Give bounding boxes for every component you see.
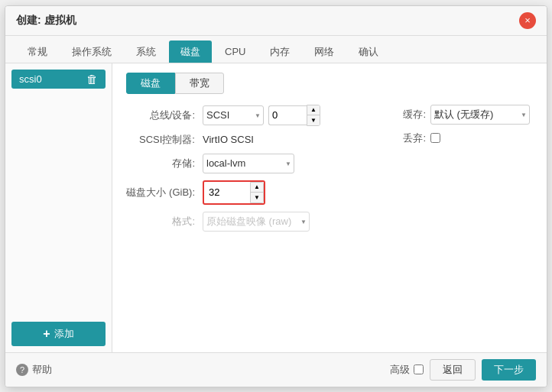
disk-size-up[interactable]: ▲: [251, 183, 263, 193]
sub-tab-bandwidth[interactable]: 带宽: [175, 73, 224, 94]
back-button[interactable]: 返回: [430, 359, 476, 381]
cache-select-wrapper: 默认 (无缓存) Write back Write through None: [430, 105, 530, 125]
close-button[interactable]: ×: [519, 12, 536, 29]
disk-size-highlight: ▲ ▼: [203, 180, 265, 205]
device-num-up[interactable]: ▲: [307, 105, 320, 115]
main-panel: 磁盘 带宽 总线/设备: SCSI VirtIO ID: [112, 63, 547, 352]
sub-tab-disk[interactable]: 磁盘: [126, 73, 175, 94]
format-row: 格式: 原始磁盘映像 (raw): [126, 212, 380, 232]
bottom-bar: ? 帮助 高级 返回 下一步: [5, 352, 547, 387]
right-section: 缓存: 默认 (无缓存) Write back Write through No…: [395, 105, 533, 238]
storage-select[interactable]: local-lvm local: [203, 154, 294, 173]
format-control: 原始磁盘映像 (raw): [203, 212, 380, 232]
list-item[interactable]: scsi0 🗑: [11, 70, 106, 89]
delete-item-button[interactable]: 🗑: [86, 73, 98, 85]
bottom-right: 高级 返回 下一步: [390, 359, 536, 381]
form-section: 总线/设备: SCSI VirtIO IDE SATA: [126, 105, 380, 238]
bus-select-wrapper: SCSI VirtIO IDE SATA: [203, 105, 264, 125]
disk-size-down[interactable]: ▼: [251, 193, 263, 202]
help-label: 帮助: [32, 363, 52, 377]
controller-row: SCSI控制器: VirtIO SCSI: [126, 133, 380, 147]
discard-label: 丢弃:: [395, 131, 426, 145]
device-num-input[interactable]: [268, 105, 307, 125]
disk-size-control: ▲ ▼: [203, 180, 380, 205]
cache-label: 缓存:: [395, 108, 426, 121]
form-body: 总线/设备: SCSI VirtIO IDE SATA: [126, 105, 533, 238]
tab-os[interactable]: 操作系统: [60, 40, 123, 63]
bus-row: 总线/设备: SCSI VirtIO IDE SATA: [126, 105, 380, 126]
bus-control: SCSI VirtIO IDE SATA ▲ ▼: [203, 105, 380, 126]
add-button[interactable]: + 添加: [11, 322, 106, 346]
plus-icon: +: [43, 327, 50, 341]
disk-size-row: 磁盘大小 (GiB): ▲ ▼: [126, 180, 380, 205]
advanced-check-label[interactable]: 高级: [390, 363, 424, 377]
sidebar: scsi0 🗑 + 添加: [5, 63, 112, 352]
tab-cpu[interactable]: CPU: [213, 41, 257, 61]
title-bar: 创建: 虚拟机 ×: [5, 6, 547, 36]
disk-size-label: 磁盘大小 (GiB):: [126, 186, 203, 199]
dialog: 创建: 虚拟机 × 常规 操作系统 系统 磁盘 CPU 内存 网络 确认 scs…: [5, 5, 547, 387]
device-num-buttons: ▲ ▼: [307, 105, 320, 126]
bus-label: 总线/设备:: [126, 109, 203, 122]
tab-memory[interactable]: 内存: [258, 40, 301, 63]
tab-disk[interactable]: 磁盘: [169, 40, 212, 63]
advanced-label: 高级: [390, 363, 410, 377]
controller-value: VirtIO SCSI: [203, 134, 254, 145]
bus-select[interactable]: SCSI VirtIO IDE SATA: [203, 105, 264, 125]
tabs-bar: 常规 操作系统 系统 磁盘 CPU 内存 网络 确认: [5, 36, 547, 63]
tab-general[interactable]: 常规: [16, 40, 59, 63]
dialog-title: 创建: 虚拟机: [16, 14, 76, 28]
format-select-wrapper: 原始磁盘映像 (raw): [203, 212, 310, 232]
storage-row: 存储: local-lvm local: [126, 154, 380, 173]
sub-tabs: 磁盘 带宽: [126, 73, 533, 94]
storage-select-wrapper: local-lvm local: [203, 154, 294, 173]
format-select[interactable]: 原始磁盘映像 (raw): [203, 212, 310, 232]
disk-size-buttons: ▲ ▼: [250, 182, 264, 203]
storage-label: 存储:: [126, 157, 203, 170]
tab-system[interactable]: 系统: [125, 40, 167, 63]
content-area: scsi0 🗑 + 添加 磁盘 带宽 总线/设备:: [5, 63, 547, 352]
sidebar-item-label: scsi0: [19, 73, 42, 85]
controller-control: VirtIO SCSI: [203, 134, 380, 145]
help-button[interactable]: ? 帮助: [16, 363, 52, 377]
device-num-group: ▲ ▼: [268, 105, 320, 126]
disk-size-input[interactable]: [204, 183, 250, 202]
tab-confirm[interactable]: 确认: [347, 40, 390, 63]
format-label: 格式:: [126, 215, 203, 228]
storage-control: local-lvm local: [203, 154, 380, 173]
cache-select[interactable]: 默认 (无缓存) Write back Write through None: [430, 105, 530, 125]
controller-label: SCSI控制器:: [126, 133, 203, 147]
device-num-down[interactable]: ▼: [307, 115, 320, 125]
discard-row: 丢弃:: [395, 131, 533, 145]
question-icon: ?: [16, 364, 28, 376]
discard-checkbox[interactable]: [430, 133, 440, 143]
cache-row: 缓存: 默认 (无缓存) Write back Write through No…: [395, 105, 533, 125]
advanced-checkbox[interactable]: [414, 364, 424, 374]
next-button[interactable]: 下一步: [482, 359, 536, 381]
add-label: 添加: [54, 327, 74, 341]
tab-network[interactable]: 网络: [303, 40, 346, 63]
